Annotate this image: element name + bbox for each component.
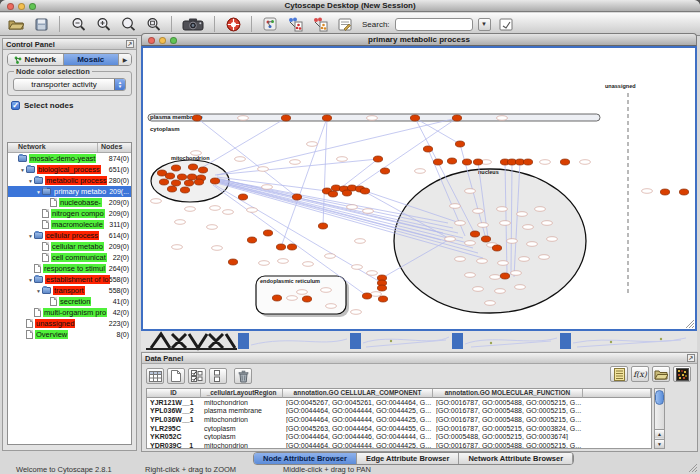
scrollbar-thumb[interactable] [655, 390, 664, 405]
table-row[interactable]: YLR295Ccytoplasm[GO:0045263, GO:0044464,… [147, 424, 651, 433]
network-node[interactable] [373, 156, 382, 162]
network-node-unselected[interactable] [473, 287, 484, 292]
network-node[interactable] [165, 173, 174, 179]
snapshot-camera-icon[interactable] [180, 15, 206, 33]
scroll-up-button[interactable]: ▲ [655, 429, 664, 438]
network-node-unselected[interactable] [445, 237, 456, 242]
network-node-unselected[interactable] [498, 261, 509, 266]
table-row[interactable]: YKR052Ccytoplasm[GO:0044464, GO:0044446,… [147, 432, 651, 441]
network-node[interactable] [362, 293, 371, 299]
network-node[interactable] [292, 194, 301, 200]
search-dropdown-button[interactable]: ▼ [478, 18, 491, 31]
tree-col-network[interactable]: Network [8, 143, 98, 152]
network-node[interactable] [500, 273, 509, 279]
network-node[interactable] [167, 186, 176, 192]
network-node-unselected[interactable] [642, 189, 653, 194]
network-node[interactable] [276, 244, 285, 250]
network-node-unselected[interactable] [172, 245, 183, 250]
network-node[interactable] [322, 115, 331, 121]
network-node-unselected[interactable] [212, 246, 223, 251]
network-node-unselected[interactable] [175, 220, 186, 225]
tree-row-cellular-process[interactable]: ▼cellular process614(0) [8, 230, 131, 241]
network-window-titlebar[interactable]: primary metabolic process [141, 33, 697, 46]
network-node-unselected[interactable] [497, 116, 508, 121]
import-network-icon[interactable] [285, 15, 305, 33]
network-node[interactable] [177, 174, 186, 180]
node-color-select[interactable]: transporter activity ▲▼ [13, 78, 126, 91]
table-row[interactable]: YPL036W__1mitochondrion[GO:0044464, GO:0… [147, 415, 651, 424]
tree-row-unassigned[interactable]: unassigned223(0) [8, 318, 131, 329]
network-node[interactable] [679, 189, 688, 195]
network-node[interactable] [198, 167, 207, 173]
network-node-unselected[interactable] [326, 304, 337, 309]
search-options-icon[interactable] [496, 15, 516, 33]
window-resize-grip[interactable] [685, 319, 695, 329]
network-node-unselected[interactable] [278, 259, 289, 264]
network-node-unselected[interactable] [259, 261, 270, 266]
network-node[interactable] [194, 179, 203, 185]
network-panel-icon[interactable] [260, 15, 280, 33]
network-node-unselected[interactable] [262, 185, 273, 190]
network-node-unselected[interactable] [527, 242, 538, 247]
network-canvas[interactable]: plasma membranecytoplasmmitochondrionnuc… [141, 46, 697, 331]
network-node-unselected[interactable] [191, 151, 202, 156]
network-node[interactable] [272, 295, 281, 301]
network-node-unselected[interactable] [363, 209, 374, 214]
network-node-unselected[interactable] [247, 208, 258, 213]
tree-row-biological-process[interactable]: ▼biological_process651(0) [8, 164, 131, 175]
disclosure-triangle-icon[interactable]: ▼ [35, 288, 42, 294]
table-column-header[interactable]: annotation.GO CELLULAR_COMPONENT [283, 389, 433, 398]
tab-network[interactable]: Network [8, 54, 64, 65]
tree-row-cell-communicat[interactable]: cell communicat22(0) [8, 252, 131, 263]
network-node[interactable] [433, 159, 442, 165]
network-node-unselected[interactable] [207, 225, 218, 230]
network-node-unselected[interactable] [290, 160, 301, 165]
export-network-icon[interactable] [310, 15, 330, 33]
network-node-unselected[interactable] [580, 160, 591, 165]
network-node-unselected[interactable] [235, 157, 246, 162]
network-node[interactable] [159, 179, 168, 185]
network-node-unselected[interactable] [347, 205, 358, 210]
disclosure-triangle-icon[interactable]: ▼ [35, 189, 42, 195]
network-node-unselected[interactable] [210, 206, 221, 211]
table-column-header[interactable]: annotation.GO MOLECULAR_FUNCTION [433, 389, 583, 398]
tree-row-establishment-of-lo[interactable]: ▼establishment of lo558(0) [8, 274, 131, 285]
network-node[interactable] [263, 230, 272, 236]
network-node[interactable] [210, 178, 219, 184]
network-node-unselected[interactable] [223, 210, 234, 215]
network-node-unselected[interactable] [355, 239, 366, 244]
network-node[interactable] [523, 159, 532, 165]
network-node[interactable] [342, 190, 351, 196]
tree-row-nucleobase-[interactable]: nucleobase-209(0) [8, 197, 131, 208]
network-node[interactable] [380, 168, 389, 174]
network-node[interactable] [180, 187, 189, 193]
network-node-unselected[interactable] [485, 301, 496, 306]
zoom-selected-icon[interactable] [118, 15, 138, 33]
network-node[interactable] [247, 237, 256, 243]
network-node-unselected[interactable] [337, 157, 348, 162]
network-node[interactable] [452, 115, 461, 121]
tree-row-multi-organism-pro[interactable]: multi-organism pro42(0) [8, 307, 131, 318]
network-node[interactable] [302, 296, 311, 302]
network-node-unselected[interactable] [307, 142, 318, 147]
network-node-unselected[interactable] [547, 237, 558, 242]
tree-row-mosaic-demo-yeast[interactable]: mosaic-demo-yeast874(0) [8, 153, 131, 164]
network-node[interactable] [360, 188, 369, 194]
disclosure-triangle-icon[interactable]: ▼ [19, 167, 26, 173]
tab-overflow-arrow[interactable]: ▶ [119, 54, 131, 65]
network-node[interactable] [281, 115, 290, 121]
disclosure-triangle-icon[interactable]: ▼ [27, 233, 34, 239]
zoom-out-icon[interactable] [68, 15, 88, 33]
network-node-unselected[interactable] [473, 209, 484, 214]
network-node-unselected[interactable] [185, 207, 196, 212]
network-node-unselected[interactable] [352, 265, 363, 270]
network-node-unselected[interactable] [519, 257, 530, 262]
tree-row-transport[interactable]: ▼transport558(0) [8, 285, 131, 296]
table-column-header[interactable]: _cellularLayoutRegion [201, 389, 283, 398]
tab-mosaic[interactable]: Mosaic [64, 54, 120, 65]
network-node[interactable] [192, 115, 201, 121]
network-node-unselected[interactable] [450, 204, 461, 209]
tree-row-secretion[interactable]: secretion41(0) [8, 296, 131, 307]
network-node-unselected[interactable] [465, 273, 476, 278]
float-panel-icon[interactable]: ↗ [687, 354, 695, 362]
